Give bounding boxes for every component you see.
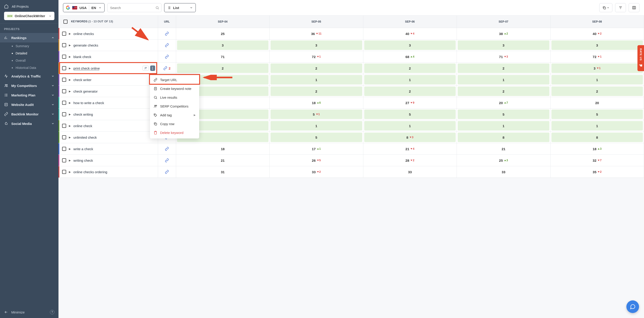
row-checkbox[interactable]: [62, 66, 66, 70]
expand-icon[interactable]: ▶: [69, 148, 71, 150]
url-link[interactable]: [158, 166, 176, 178]
rank-cell[interactable]: 721: [552, 52, 643, 62]
select-all-checkbox[interactable]: [64, 20, 68, 24]
col-date-1[interactable]: SEP-05: [270, 16, 363, 28]
rank-cell[interactable]: 253: [458, 156, 550, 165]
expand-icon[interactable]: ▶: [69, 113, 71, 116]
rank-cell[interactable]: 279: [364, 98, 456, 108]
rank-cell[interactable]: 214: [364, 144, 456, 154]
row-checkbox[interactable]: [62, 32, 66, 36]
nav-analytics[interactable]: Analytics & Traffic: [0, 71, 58, 81]
rank-cell[interactable]: 1: [364, 121, 456, 130]
nav-rankings-detailed[interactable]: Detailed: [0, 50, 58, 57]
context-menu-item[interactable]: Add tag▶: [150, 111, 199, 120]
col-date-2[interactable]: SEP-06: [363, 16, 457, 28]
rank-cell[interactable]: 2: [270, 86, 362, 96]
expand-icon[interactable]: ▶: [69, 136, 71, 139]
expand-icon[interactable]: ▶: [69, 78, 71, 81]
rank-cell[interactable]: 265: [270, 156, 362, 165]
rank-cell[interactable]: 352: [552, 167, 643, 176]
row-checkbox[interactable]: [62, 43, 66, 47]
table-row[interactable]: ▶blank check71721684713721: [58, 51, 644, 62]
rank-cell[interactable]: 2: [364, 86, 456, 96]
columns-button[interactable]: [629, 3, 640, 12]
table-row[interactable]: ▶check writer1111: [58, 74, 644, 86]
url-link[interactable]: [158, 143, 176, 154]
rate-us-tab[interactable]: RATE US ☚: [638, 45, 644, 71]
rank-cell[interactable]: 332: [270, 167, 362, 176]
rank-cell[interactable]: 2: [270, 64, 362, 73]
rank-cell[interactable]: 51: [270, 110, 362, 119]
context-menu-item[interactable]: Create keyword note: [150, 84, 199, 93]
search-engine-selector[interactable]: USA EN: [63, 3, 104, 12]
col-url[interactable]: URL: [158, 16, 176, 28]
rank-cell[interactable]: 25: [177, 29, 269, 38]
url-link[interactable]: [158, 40, 176, 51]
rank-cell[interactable]: 3: [552, 40, 643, 50]
rank-cell[interactable]: 721: [270, 52, 362, 62]
table-row[interactable]: ▶generate checks33333: [58, 40, 644, 51]
all-projects-link[interactable]: All Projects: [0, 0, 58, 12]
table-row[interactable]: ▶check generator2222: [58, 86, 644, 97]
rank-cell[interactable]: 8: [552, 132, 643, 142]
rank-cell[interactable]: 282: [364, 156, 456, 165]
chat-button[interactable]: [626, 300, 639, 313]
url-link[interactable]: 2: [158, 62, 176, 74]
rank-cell[interactable]: 402: [552, 29, 643, 38]
people-icon[interactable]: [142, 66, 149, 71]
rank-cell[interactable]: 3: [177, 40, 269, 50]
expand-icon[interactable]: ▶: [69, 170, 71, 174]
rank-cell[interactable]: 713: [458, 52, 550, 62]
rank-cell[interactable]: 18: [177, 144, 269, 154]
context-menu-item[interactable]: Target URL: [150, 76, 199, 84]
minimize-button[interactable]: Minimize ?: [0, 306, 58, 318]
rank-cell[interactable]: 20: [552, 98, 643, 108]
rank-cell[interactable]: 1: [552, 121, 643, 130]
nav-marketing[interactable]: Marketing Plan: [0, 90, 58, 100]
row-checkbox[interactable]: [62, 112, 66, 116]
expand-icon[interactable]: ▶: [69, 102, 71, 104]
rank-cell[interactable]: 2: [177, 64, 269, 73]
rank-cell[interactable]: 71: [177, 52, 269, 62]
row-checkbox[interactable]: [62, 101, 66, 105]
context-menu-item[interactable]: SERP Competitors: [150, 102, 199, 111]
nav-rankings-historical[interactable]: Historical Data: [0, 64, 58, 71]
rank-cell[interactable]: 2: [364, 64, 456, 73]
search-input[interactable]: [110, 6, 153, 10]
rank-cell[interactable]: 171: [270, 144, 362, 154]
nav-social[interactable]: Social Media: [0, 119, 58, 128]
rank-cell[interactable]: 404: [364, 29, 456, 38]
rank-cell[interactable]: 2: [552, 86, 643, 96]
expand-icon[interactable]: ▶: [69, 32, 71, 35]
expand-icon[interactable]: ▶: [69, 124, 71, 128]
copy-dropdown-button[interactable]: [599, 3, 612, 12]
nav-rankings-summary[interactable]: Summary: [0, 42, 58, 50]
rank-cell[interactable]: 8: [458, 132, 550, 142]
expand-icon[interactable]: ▶: [69, 90, 71, 93]
rank-cell[interactable]: 5: [458, 110, 550, 119]
rank-cell[interactable]: 5: [552, 110, 643, 119]
row-checkbox[interactable]: [62, 78, 66, 82]
expand-icon[interactable]: ▶: [69, 44, 71, 47]
url-link[interactable]: [158, 28, 176, 39]
context-menu-item[interactable]: Copy row: [150, 120, 199, 128]
rank-cell[interactable]: 1: [270, 75, 362, 84]
expand-icon[interactable]: ▶: [69, 55, 71, 58]
table-row[interactable]: ▶writing check21265282253327: [58, 155, 644, 166]
url-link[interactable]: [158, 155, 176, 166]
rank-cell[interactable]: 207: [458, 98, 550, 108]
row-checkbox[interactable]: [62, 89, 66, 93]
row-checkbox[interactable]: [62, 55, 66, 59]
rank-cell[interactable]: 2: [458, 86, 550, 96]
rank-cell[interactable]: 1: [458, 75, 550, 84]
nav-competitors[interactable]: My Competitors: [0, 81, 58, 90]
table-row[interactable]: ▶online checks ordering313323333352: [58, 166, 644, 178]
help-icon[interactable]: ?: [50, 310, 54, 314]
col-date-4[interactable]: SEP-08: [550, 16, 644, 28]
view-mode-selector[interactable]: List: [164, 3, 196, 12]
table-row[interactable]: ▶online checks253611404382402: [58, 28, 644, 40]
rank-cell[interactable]: 83: [364, 132, 456, 142]
table-row[interactable]: ▶write a check1817121421183: [58, 143, 644, 155]
rank-cell[interactable]: 5: [364, 110, 456, 119]
row-checkbox[interactable]: [62, 124, 66, 128]
